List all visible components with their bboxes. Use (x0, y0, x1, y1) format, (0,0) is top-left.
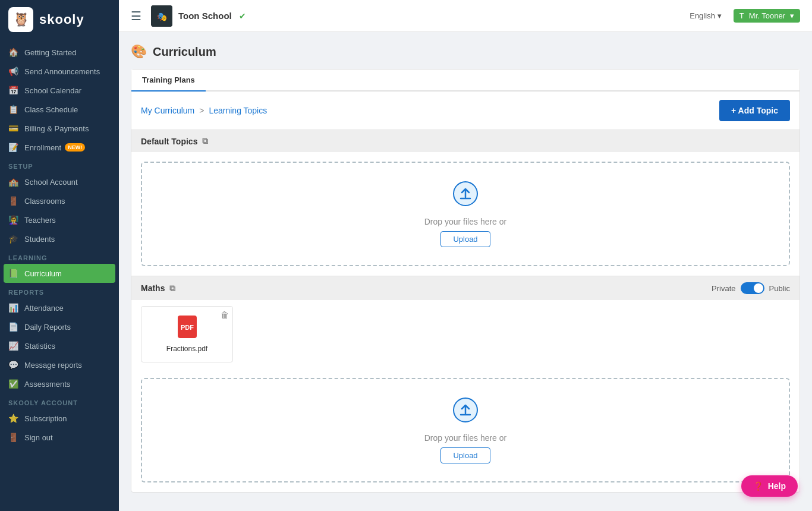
svg-text:🎭: 🎭 (157, 12, 168, 22)
maths-drop-zone[interactable]: Drop your files here or Upload (141, 378, 790, 482)
announcements-icon: 📢 (8, 67, 18, 76)
sidebar-item-statistics[interactable]: 📈 Statistics (0, 336, 119, 355)
sidebar-item-teachers[interactable]: 👩‍🏫 Teachers (0, 210, 119, 229)
svg-text:PDF: PDF (181, 324, 194, 331)
assessments-icon: ✅ (8, 379, 18, 389)
public-label: Public (769, 284, 790, 293)
curriculum-icon: 📗 (8, 269, 18, 278)
sidebar-item-classrooms[interactable]: 🚪 Classrooms (0, 191, 119, 210)
setup-section-label: SETUP (0, 157, 119, 172)
verified-icon: ✔ (239, 11, 246, 21)
sidebar-item-daily-reports[interactable]: 📄 Daily Reports (0, 317, 119, 336)
default-topics-title: Default Topics ⧉ (141, 136, 208, 146)
school-info: 🎭 Toon School ✔ (151, 5, 246, 27)
account-section-label: SKOOLY ACCOUNT (0, 393, 119, 409)
sidebar: 🦉 skooly 🏠 Getting Started 📢 Send Announ… (0, 0, 119, 511)
schedule-icon: 📋 (8, 105, 18, 114)
breadcrumb-bar: My Curriculum > Learning Topics + Add To… (131, 92, 800, 130)
hamburger-icon[interactable]: ☰ (131, 9, 141, 23)
file-name: Fractions.pdf (166, 345, 207, 353)
maths-upload-icon (160, 397, 771, 428)
maths-drop-text: Drop your files here or (160, 433, 771, 443)
sidebar-item-getting-started[interactable]: 🏠 Getting Started (0, 43, 119, 62)
sidebar-item-enrollment[interactable]: 📝 Enrollment New! (0, 138, 119, 157)
maths-section: Maths ⧉ Private Public 🗑 (131, 276, 800, 482)
sidebar-item-school-calendar[interactable]: 📅 School Calendar (0, 81, 119, 100)
pdf-icon: PDF (178, 316, 197, 342)
add-topic-button[interactable]: + Add Topic (719, 100, 790, 121)
sidebar-item-attendance[interactable]: 📊 Attendance (0, 298, 119, 317)
sidebar-item-billing-payments[interactable]: 💳 Billing & Payments (0, 119, 119, 138)
maths-header: Maths ⧉ Private Public (131, 276, 800, 300)
user-chevron-icon: ▾ (790, 11, 794, 20)
students-icon: 🎓 (8, 234, 18, 244)
curriculum-container: Training Plans My Curriculum > Learning … (131, 69, 800, 493)
teachers-icon: 👩‍🏫 (8, 215, 18, 225)
logo-icon: 🦉 (8, 7, 33, 32)
main-area: ☰ 🎭 Toon School ✔ English ▾ T Mr. Tooner… (119, 0, 812, 511)
user-menu[interactable]: T Mr. Tooner ▾ (734, 9, 800, 23)
statistics-icon: 📈 (8, 341, 18, 351)
toggle-thumb (754, 283, 763, 293)
help-button[interactable]: ❓ Help (741, 475, 798, 497)
sidebar-item-message-reports[interactable]: 💬 Message reports (0, 355, 119, 374)
user-name: Mr. Tooner (749, 11, 785, 20)
new-badge: New! (65, 143, 85, 152)
sidebar-nav: 🏠 Getting Started 📢 Send Announcements 📅… (0, 39, 119, 511)
sidebar-item-students[interactable]: 🎓 Students (0, 229, 119, 248)
app-name: skooly (39, 12, 84, 27)
sidebar-item-subscription[interactable]: ⭐ Subscription (0, 409, 119, 428)
toggle-track[interactable] (741, 282, 764, 294)
subscription-icon: ⭐ (8, 414, 18, 423)
tabs-bar: Training Plans (131, 70, 800, 92)
help-icon: ❓ (753, 481, 763, 491)
maths-title: Maths ⧉ (141, 283, 175, 294)
page-header-icon: 🎨 (131, 44, 147, 59)
breadcrumb: My Curriculum > Learning Topics (141, 106, 267, 115)
tab-training-plans[interactable]: Training Plans (131, 70, 206, 92)
chevron-down-icon: ▾ (717, 11, 722, 20)
user-initial: T (739, 11, 744, 20)
default-topics-header: Default Topics ⧉ (131, 130, 800, 152)
classrooms-icon: 🚪 (8, 196, 18, 206)
calendar-icon: 📅 (8, 86, 18, 95)
daily-reports-icon: 📄 (8, 322, 18, 332)
school-account-icon: 🏫 (8, 177, 18, 187)
private-label: Private (712, 284, 735, 293)
language-selector[interactable]: English ▾ (690, 11, 722, 20)
reports-section-label: REPORTS (0, 283, 119, 298)
sidebar-item-class-schedule[interactable]: 📋 Class Schedule (0, 100, 119, 119)
message-reports-icon: 💬 (8, 360, 18, 370)
logo[interactable]: 🦉 skooly (0, 0, 119, 39)
home-icon: 🏠 (8, 48, 18, 57)
breadcrumb-separator: > (199, 106, 204, 115)
default-upload-button[interactable]: Upload (440, 231, 490, 247)
page-content: 🎨 Curriculum Training Plans My Curriculu… (119, 32, 812, 511)
maths-copy-icon[interactable]: ⧉ (169, 283, 175, 294)
file-card: 🗑 PDF Fractions.pdf (141, 306, 233, 362)
breadcrumb-parent[interactable]: My Curriculum (141, 106, 194, 115)
page-header: 🎨 Curriculum (131, 44, 800, 59)
sidebar-item-sign-out[interactable]: 🚪 Sign out (0, 428, 119, 447)
billing-icon: 💳 (8, 124, 18, 133)
maths-upload-button[interactable]: Upload (440, 447, 490, 463)
sidebar-item-curriculum[interactable]: 📗 Curriculum (4, 264, 115, 283)
upload-icon (160, 181, 771, 212)
sidebar-item-assessments[interactable]: ✅ Assessments (0, 374, 119, 393)
sign-out-icon: 🚪 (8, 433, 18, 442)
privacy-toggle[interactable]: Private Public (712, 282, 790, 294)
copy-icon[interactable]: ⧉ (202, 136, 208, 146)
school-name: Toon School (178, 11, 232, 21)
default-drop-zone[interactable]: Drop your files here or Upload (141, 162, 790, 266)
sidebar-item-school-account[interactable]: 🏫 School Account (0, 172, 119, 191)
maths-files-area: 🗑 PDF Fractions.pdf (131, 300, 800, 368)
default-topics-section: Default Topics ⧉ Drop your files here or (131, 130, 800, 266)
drop-text: Drop your files here or (160, 217, 771, 226)
enrollment-icon: 📝 (8, 143, 18, 152)
file-delete-button[interactable]: 🗑 (221, 310, 229, 320)
breadcrumb-current: Learning Topics (209, 106, 267, 115)
page-title: Curriculum (153, 45, 216, 59)
school-avatar: 🎭 (151, 5, 172, 27)
sidebar-item-send-announcements[interactable]: 📢 Send Announcements (0, 62, 119, 81)
attendance-icon: 📊 (8, 303, 18, 313)
